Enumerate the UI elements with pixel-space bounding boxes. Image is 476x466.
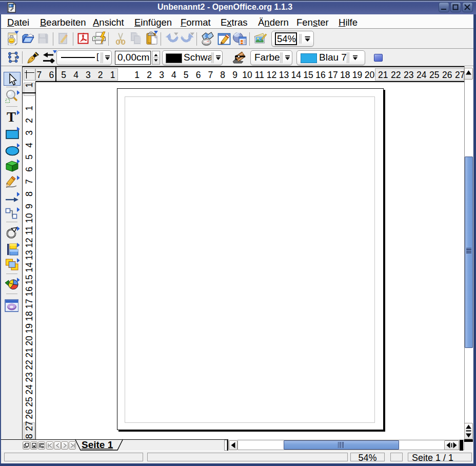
svg-text:T: T [7,109,16,125]
